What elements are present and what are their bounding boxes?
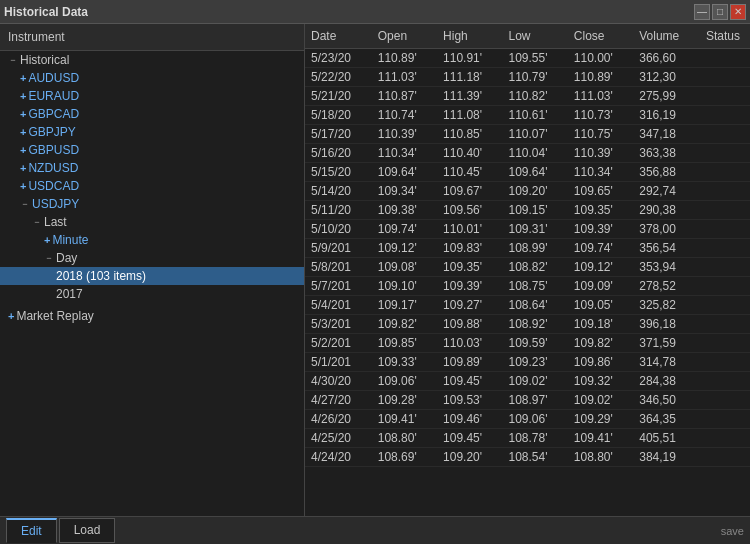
cell-status: [700, 391, 750, 410]
close-button[interactable]: ✕: [730, 4, 746, 20]
gbpjpy-label: GBPJPY: [28, 125, 75, 139]
table-row[interactable]: 4/24/20 108.69' 109.20' 108.54' 108.80' …: [305, 448, 750, 467]
cell-low: 108.78': [502, 429, 567, 448]
tree-item-gbpjpy[interactable]: + GBPJPY: [0, 123, 304, 141]
tree-item-market-replay[interactable]: + Market Replay: [0, 307, 304, 325]
table-row[interactable]: 4/30/20 109.06' 109.45' 109.02' 109.32' …: [305, 372, 750, 391]
table-row[interactable]: 5/10/20 109.74' 110.01' 109.31' 109.39' …: [305, 220, 750, 239]
cell-open: 110.39': [372, 125, 437, 144]
cell-open: 109.38': [372, 201, 437, 220]
table-row[interactable]: 4/26/20 109.41' 109.46' 109.06' 109.29' …: [305, 410, 750, 429]
tab-load[interactable]: Load: [59, 518, 116, 543]
cell-status: [700, 372, 750, 391]
usdcad-label: USDCAD: [28, 179, 79, 193]
table-row[interactable]: 5/14/20 109.34' 109.67' 109.20' 109.65' …: [305, 182, 750, 201]
table-row[interactable]: 5/1/201 109.33' 109.89' 109.23' 109.86' …: [305, 353, 750, 372]
table-row[interactable]: 5/11/20 109.38' 109.56' 109.15' 109.35' …: [305, 201, 750, 220]
cell-status: [700, 334, 750, 353]
table-row[interactable]: 4/25/20 108.80' 109.45' 108.78' 109.41' …: [305, 429, 750, 448]
table-row[interactable]: 5/18/20 110.74' 111.08' 110.61' 110.73' …: [305, 106, 750, 125]
table-row[interactable]: 5/22/20 111.03' 111.18' 110.79' 110.89' …: [305, 68, 750, 87]
tree-item-2017[interactable]: 2017: [0, 285, 304, 303]
cell-low: 109.06': [502, 410, 567, 429]
cell-low: 108.97': [502, 391, 567, 410]
cell-high: 110.85': [437, 125, 502, 144]
table-row[interactable]: 5/21/20 110.87' 111.39' 110.82' 111.03' …: [305, 87, 750, 106]
cell-status: [700, 353, 750, 372]
tree-item-day[interactable]: − Day: [0, 249, 304, 267]
table-row[interactable]: 5/3/201 109.82' 109.88' 108.92' 109.18' …: [305, 315, 750, 334]
cell-open: 110.89': [372, 49, 437, 68]
data-table-container[interactable]: Date Open High Low Close Volume Status 5…: [305, 24, 750, 516]
table-row[interactable]: 5/15/20 109.64' 110.45' 109.64' 110.34' …: [305, 163, 750, 182]
tree-item-euraud[interactable]: + EURAUD: [0, 87, 304, 105]
euraud-label: EURAUD: [28, 89, 79, 103]
cell-status: [700, 239, 750, 258]
cell-high: 109.20': [437, 448, 502, 467]
window-controls: — □ ✕: [694, 4, 746, 20]
table-row[interactable]: 5/7/201 109.10' 109.39' 108.75' 109.09' …: [305, 277, 750, 296]
tree-item-gbpusd[interactable]: + GBPUSD: [0, 141, 304, 159]
cell-open: 109.06': [372, 372, 437, 391]
cell-close: 109.12': [568, 258, 633, 277]
cell-volume: 346,50: [633, 391, 700, 410]
tab-edit[interactable]: Edit: [6, 518, 57, 543]
cell-low: 109.64': [502, 163, 567, 182]
tree-item-last[interactable]: − Last: [0, 213, 304, 231]
cell-open: 110.34': [372, 144, 437, 163]
historical-label: Historical: [20, 53, 69, 67]
tree-item-2018[interactable]: 2018 (103 items): [0, 267, 304, 285]
cell-open: 109.33': [372, 353, 437, 372]
cell-date: 5/14/20: [305, 182, 372, 201]
col-high: High: [437, 24, 502, 49]
main-container: Instrument − Historical + AUDUSD + EURAU…: [0, 24, 750, 544]
tree-item-usdjpy[interactable]: − USDJPY: [0, 195, 304, 213]
cell-open: 111.03': [372, 68, 437, 87]
cell-open: 109.17': [372, 296, 437, 315]
cell-high: 109.88': [437, 315, 502, 334]
cell-volume: 284,38: [633, 372, 700, 391]
table-row[interactable]: 5/16/20 110.34' 110.40' 110.04' 110.39' …: [305, 144, 750, 163]
col-open: Open: [372, 24, 437, 49]
col-close: Close: [568, 24, 633, 49]
table-row[interactable]: 5/17/20 110.39' 110.85' 110.07' 110.75' …: [305, 125, 750, 144]
cell-status: [700, 220, 750, 239]
audusd-label: AUDUSD: [28, 71, 79, 85]
cell-low: 108.82': [502, 258, 567, 277]
table-row[interactable]: 5/4/201 109.17' 109.27' 108.64' 109.05' …: [305, 296, 750, 315]
cell-low: 109.59': [502, 334, 567, 353]
gbpcad-label: GBPCAD: [28, 107, 79, 121]
maximize-button[interactable]: □: [712, 4, 728, 20]
cell-date: 5/2/201: [305, 334, 372, 353]
table-row[interactable]: 5/23/20 110.89' 110.91' 109.55' 110.00' …: [305, 49, 750, 68]
cell-date: 5/10/20: [305, 220, 372, 239]
cell-open: 109.08': [372, 258, 437, 277]
cell-volume: 364,35: [633, 410, 700, 429]
table-row[interactable]: 5/2/201 109.85' 110.03' 109.59' 109.82' …: [305, 334, 750, 353]
expand-nzdusd: +: [20, 162, 26, 174]
cell-close: 109.86': [568, 353, 633, 372]
tree-item-audusd[interactable]: + AUDUSD: [0, 69, 304, 87]
cell-open: 109.64': [372, 163, 437, 182]
table-row[interactable]: 5/8/201 109.08' 109.35' 108.82' 109.12' …: [305, 258, 750, 277]
cell-close: 108.80': [568, 448, 633, 467]
tree-item-minute[interactable]: + Minute: [0, 231, 304, 249]
cell-date: 4/25/20: [305, 429, 372, 448]
tree-item-gbpcad[interactable]: + GBPCAD: [0, 105, 304, 123]
cell-status: [700, 87, 750, 106]
cell-volume: 278,52: [633, 277, 700, 296]
table-row[interactable]: 4/27/20 109.28' 109.53' 108.97' 109.02' …: [305, 391, 750, 410]
tree-item-historical[interactable]: − Historical: [0, 51, 304, 69]
cell-status: [700, 315, 750, 334]
cell-volume: 275,99: [633, 87, 700, 106]
cell-close: 110.75': [568, 125, 633, 144]
col-status: Status: [700, 24, 750, 49]
tree-item-usdcad[interactable]: + USDCAD: [0, 177, 304, 195]
cell-status: [700, 106, 750, 125]
minimize-button[interactable]: —: [694, 4, 710, 20]
minute-label: Minute: [52, 233, 88, 247]
table-row[interactable]: 5/9/201 109.12' 109.83' 108.99' 109.74' …: [305, 239, 750, 258]
cell-open: 109.82': [372, 315, 437, 334]
tree-item-nzdusd[interactable]: + NZDUSD: [0, 159, 304, 177]
cell-close: 109.65': [568, 182, 633, 201]
